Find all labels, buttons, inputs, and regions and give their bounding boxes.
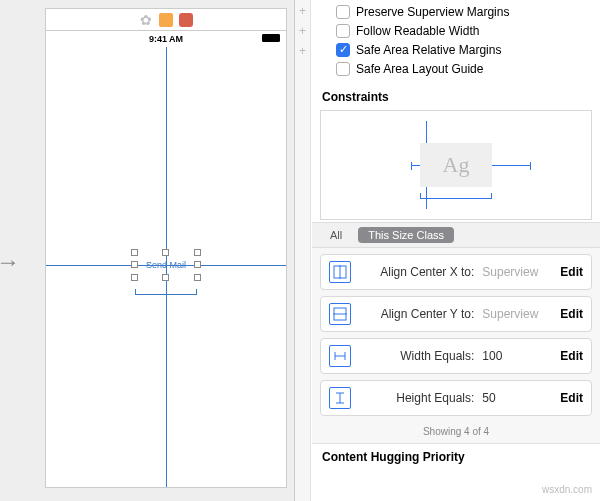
- canvas-area[interactable]: Send Mail: [46, 47, 286, 487]
- checkbox-readable-width[interactable]: Follow Readable Width: [336, 21, 594, 40]
- plus-icon[interactable]: +: [299, 24, 306, 38]
- align-center-x-icon: [329, 261, 351, 283]
- checkbox-checked-icon[interactable]: [336, 43, 350, 57]
- scene-toolbar: ✿: [46, 9, 286, 31]
- resize-handle-icon[interactable]: [194, 274, 201, 281]
- filter-all[interactable]: All: [320, 227, 352, 243]
- checkbox-safe-area-relative[interactable]: Safe Area Relative Margins: [336, 40, 594, 59]
- selected-button-label: Send Mail: [146, 260, 186, 270]
- constraint-count: Showing 4 of 4: [312, 422, 600, 444]
- checkbox-icon[interactable]: [336, 24, 350, 38]
- checkbox-icon[interactable]: [336, 62, 350, 76]
- constraint-row[interactable]: Align Center Y to: Superview Edit: [320, 296, 592, 332]
- checkbox-label: Follow Readable Width: [356, 24, 479, 38]
- height-constraint-icon: [329, 387, 351, 409]
- checkbox-icon[interactable]: [336, 5, 350, 19]
- checkbox-label: Safe Area Layout Guide: [356, 62, 483, 76]
- width-constraint-icon: [329, 345, 351, 367]
- resize-handle-icon[interactable]: [162, 249, 169, 256]
- constraint-label: Height Equals:: [363, 391, 478, 405]
- gear-icon[interactable]: ✿: [139, 13, 153, 27]
- device-frame[interactable]: ✿ 9:41 AM Send Mail: [45, 8, 287, 488]
- status-time: 9:41 AM: [149, 34, 183, 44]
- constraint-value: 100: [482, 349, 552, 363]
- inspector-pane: Preserve Superview Margins Follow Readab…: [295, 0, 600, 501]
- constraint-preview[interactable]: Ag: [320, 110, 592, 220]
- constraint-row[interactable]: Align Center X to: Superview Edit: [320, 254, 592, 290]
- edit-button[interactable]: Edit: [560, 265, 583, 279]
- resize-handle-icon[interactable]: [194, 261, 201, 268]
- resize-handle-icon[interactable]: [194, 249, 201, 256]
- constraint-list: Align Center X to: Superview Edit Align …: [312, 248, 600, 422]
- exit-icon[interactable]: [179, 13, 193, 27]
- plus-icon[interactable]: +: [299, 4, 306, 18]
- preview-label: Ag: [420, 143, 492, 187]
- resize-handle-icon[interactable]: [162, 274, 169, 281]
- checkbox-preserve-margins[interactable]: Preserve Superview Margins: [336, 2, 594, 21]
- canvas-pane: → ✿ 9:41 AM Send Mail: [0, 0, 295, 501]
- selected-button[interactable]: Send Mail: [135, 253, 197, 277]
- resize-handle-icon[interactable]: [131, 261, 138, 268]
- filter-bar: All This Size Class: [312, 222, 600, 248]
- first-responder-icon[interactable]: [159, 13, 173, 27]
- constraint-row[interactable]: Width Equals: 100 Edit: [320, 338, 592, 374]
- status-bar: 9:41 AM: [46, 31, 286, 47]
- checkbox-label: Safe Area Relative Margins: [356, 43, 501, 57]
- gutter: + + +: [295, 0, 311, 501]
- resize-handle-icon[interactable]: [131, 249, 138, 256]
- width-brace-icon: [420, 193, 492, 203]
- edit-button[interactable]: Edit: [560, 391, 583, 405]
- constraint-label: Align Center Y to:: [363, 307, 478, 321]
- constraint-value: Superview: [482, 265, 552, 279]
- constraint-label: Width Equals:: [363, 349, 478, 363]
- edit-button[interactable]: Edit: [560, 349, 583, 363]
- hugging-header: Content Hugging Priority: [312, 444, 600, 470]
- checkbox-safe-area-guide[interactable]: Safe Area Layout Guide: [336, 59, 594, 78]
- width-brace-icon: [135, 289, 197, 299]
- checkbox-label: Preserve Superview Margins: [356, 5, 509, 19]
- plus-icon[interactable]: +: [299, 44, 306, 58]
- filter-size-class[interactable]: This Size Class: [358, 227, 454, 243]
- constraint-row[interactable]: Height Equals: 50 Edit: [320, 380, 592, 416]
- constraint-label: Align Center X to:: [363, 265, 478, 279]
- edit-button[interactable]: Edit: [560, 307, 583, 321]
- resize-handle-icon[interactable]: [131, 274, 138, 281]
- align-center-y-icon: [329, 303, 351, 325]
- constraint-value: Superview: [482, 307, 552, 321]
- watermark: wsxdn.com: [542, 484, 592, 495]
- segue-arrow-icon: →: [0, 248, 20, 276]
- margins-section: Preserve Superview Margins Follow Readab…: [312, 0, 600, 86]
- battery-icon: [262, 34, 280, 42]
- constraints-header: Constraints: [312, 86, 600, 108]
- constraint-value: 50: [482, 391, 552, 405]
